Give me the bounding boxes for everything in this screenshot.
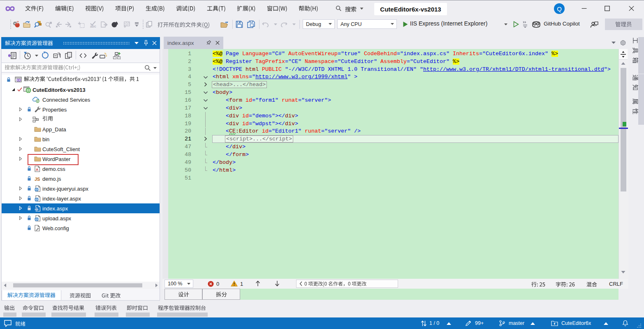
tree-item-upload.aspx[interactable]: upload.aspx — [2, 213, 160, 223]
fold-open-icon[interactable] — [203, 107, 208, 110]
view-tab-split[interactable] — [202, 289, 240, 300]
view-tab-design[interactable] — [164, 289, 202, 300]
codelens-changes-box[interactable] — [296, 280, 398, 288]
notifications-bell-icon[interactable] — [622, 320, 628, 327]
code-line-19[interactable]: 19<div id="wdpst"></div> — [162, 120, 619, 128]
git-sync-arrows-icon[interactable] — [421, 320, 427, 327]
branch-name[interactable]: master — [509, 320, 524, 326]
code-line-3[interactable]: 3<!DOCTYPE html PUBLIC "-//W3C//DTD XHTM… — [162, 65, 619, 73]
code-editor[interactable]: 1<%@ Page Language="C#" AutoEventWireup=… — [162, 49, 628, 279]
titlebar-search-box[interactable]: CuteEditor6x-vs2013 — [374, 3, 447, 15]
bottom-tab-find-symbol-results[interactable] — [52, 304, 84, 312]
platform-select[interactable]: Any CPU — [337, 19, 397, 29]
expand-arrow-icon[interactable] — [19, 216, 22, 220]
sync-with-active-document-icon[interactable] — [63, 50, 73, 61]
minimize-button[interactable] — [575, 0, 594, 16]
repo-icon[interactable] — [551, 320, 558, 327]
bottom-tab-bar[interactable] — [22, 313, 46, 317]
code-line-16[interactable]: 16<form id="form1" runat="server"> — [162, 96, 619, 104]
close-panel-icon[interactable] — [152, 41, 157, 45]
fold-closed-icon[interactable] — [204, 82, 207, 87]
tree-item-index.aspx[interactable]: index.aspx — [2, 203, 160, 213]
maximize-button[interactable] — [598, 0, 617, 16]
pin-document-icon[interactable] — [206, 40, 211, 46]
find-in-files-icon[interactable] — [33, 19, 43, 30]
document-tab-index-aspx[interactable]: index.aspx — [164, 37, 223, 49]
active-files-caret-icon[interactable] — [612, 42, 616, 44]
bottom-tab-bar[interactable] — [126, 313, 150, 317]
editor-options-gear-icon[interactable] — [620, 40, 626, 46]
start-debug-play-icon[interactable] — [401, 19, 410, 30]
panel-tab-resource-view[interactable] — [67, 290, 93, 301]
bottom-tab-package-manager-console[interactable] — [158, 304, 206, 312]
eol-indicator[interactable]: CRLF — [609, 281, 623, 287]
search-dropdown-caret-icon[interactable] — [360, 7, 364, 10]
pending-edits-pencil-icon[interactable] — [465, 320, 472, 327]
preview-selected-items-icon[interactable] — [99, 50, 109, 61]
sync-caret-icon[interactable] — [447, 322, 451, 325]
debug-configuration-select[interactable]: Debug — [303, 19, 335, 29]
menu-item-file[interactable] — [19, 0, 49, 16]
tree-item-Connected_Services[interactable]: Connected Services — [2, 95, 160, 105]
bottom-tab-command-window[interactable] — [23, 304, 44, 312]
git-branch-icon[interactable] — [499, 320, 505, 327]
run-target-caret-icon[interactable] — [501, 19, 511, 30]
bottom-tab-output[interactable] — [4, 304, 15, 312]
github-copilot-icon[interactable] — [531, 19, 541, 30]
expand-arrow-icon[interactable] — [19, 137, 22, 141]
menu-item-project[interactable] — [109, 0, 140, 16]
scrollbar-splitter-button[interactable] — [619, 49, 628, 60]
zoom-select[interactable]: 100 % — [164, 280, 193, 288]
tree-item-demo.css[interactable]: Ademo.css — [2, 164, 160, 174]
menu-item-tools[interactable] — [201, 0, 231, 16]
code-line-1[interactable]: 1<%@ Page Language="C#" AutoEventWireup=… — [162, 50, 619, 58]
code-line-51[interactable]: 51 — [162, 174, 619, 182]
vertical-scrollbar[interactable] — [619, 49, 628, 279]
warning-count[interactable]: 1 — [240, 281, 243, 287]
show-all-files-icon[interactable] — [112, 50, 122, 61]
send-feedback-icon[interactable] — [589, 19, 599, 30]
close-document-icon[interactable] — [215, 41, 220, 45]
view-code-icon[interactable] — [78, 50, 88, 61]
code-line-2[interactable]: 2<%@ Register TagPrefix="CE" Namespace="… — [162, 58, 619, 65]
pin-icon[interactable] — [144, 40, 148, 46]
tree-item-Properties[interactable]: Properties — [2, 105, 160, 114]
expand-arrow-icon[interactable] — [19, 196, 22, 201]
code-line-50[interactable]: 50</html> — [162, 166, 619, 174]
fold-open-icon[interactable] — [203, 99, 208, 102]
panel-tab-git-changes[interactable] — [99, 290, 123, 301]
scroll-left-arrow-icon[interactable] — [3, 283, 7, 287]
close-button[interactable] — [622, 0, 641, 16]
scroll-down-arrow-icon[interactable] — [621, 271, 625, 274]
tree-item-index-jqueryui.aspx[interactable]: index-jqueryui.aspx — [2, 184, 160, 194]
code-line-47[interactable]: 47</div> — [162, 143, 619, 151]
code-line-20[interactable]: 20<CE:Editor id="Editor1" runat="server"… — [162, 128, 619, 135]
scroll-up-arrow-icon[interactable] — [621, 62, 625, 65]
column-indicator[interactable] — [556, 281, 575, 288]
code-line-17[interactable]: 17<div> — [162, 104, 619, 112]
tree-item-CuteSoft_Client[interactable]: CuteSoft_Client — [2, 144, 160, 154]
github-copilot-label[interactable]: GitHub Copilot — [544, 21, 580, 27]
line-indicator[interactable] — [531, 281, 545, 288]
fold-open-icon[interactable] — [203, 76, 208, 79]
open-containing-folder-label[interactable] — [158, 21, 210, 28]
toolbar-overflow-icon[interactable] — [132, 19, 141, 30]
expand-arrow-icon[interactable] — [19, 107, 22, 112]
expand-arrow-icon[interactable] — [19, 117, 22, 121]
breakpoint-icon[interactable] — [110, 19, 120, 30]
code-line-21[interactable]: 21<script>...</script> — [162, 135, 619, 143]
scroll-right-arrow-icon[interactable] — [155, 283, 158, 287]
window-position-caret-icon[interactable] — [134, 42, 139, 44]
bottom-tab-bar[interactable] — [95, 313, 118, 317]
tree-item-bin[interactable]: bin — [2, 134, 160, 144]
repository-name[interactable]: CuteEditor6x — [561, 320, 591, 326]
sync-counts[interactable]: 1 / 0 — [429, 320, 439, 326]
refresh-icon[interactable] — [40, 50, 50, 61]
collapse-arrow-icon[interactable] — [12, 88, 15, 91]
encoding-indicator[interactable] — [586, 281, 597, 288]
expand-arrow-icon[interactable] — [19, 206, 22, 210]
tree-item-demo.js[interactable]: JSdemo.js — [2, 174, 160, 184]
collapse-all-icon[interactable] — [52, 50, 62, 61]
run-target-label[interactable]: IIS Express (Internet Explorer) — [410, 20, 487, 27]
prev-issue-arrow-icon[interactable] — [255, 280, 260, 287]
